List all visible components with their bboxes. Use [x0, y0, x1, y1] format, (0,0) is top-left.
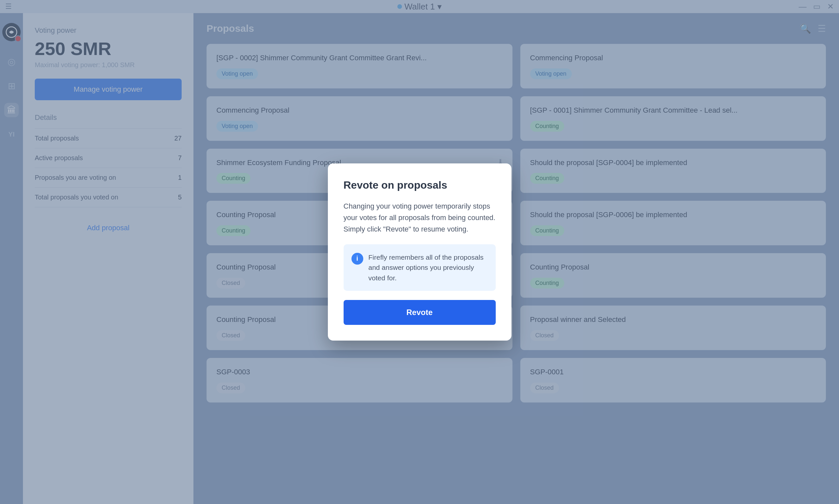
modal-info-text: Firefly remembers all of the proposals a… — [369, 252, 488, 283]
modal-description: Changing your voting power temporarily s… — [344, 200, 496, 235]
modal-info-box: i Firefly remembers all of the proposals… — [344, 244, 496, 291]
revote-modal: Revote on proposals Changing your voting… — [328, 163, 512, 341]
modal-title: Revote on proposals — [344, 179, 496, 191]
revote-button[interactable]: Revote — [344, 300, 496, 325]
modal-overlay: Revote on proposals Changing your voting… — [0, 0, 839, 504]
info-icon: i — [352, 253, 363, 265]
